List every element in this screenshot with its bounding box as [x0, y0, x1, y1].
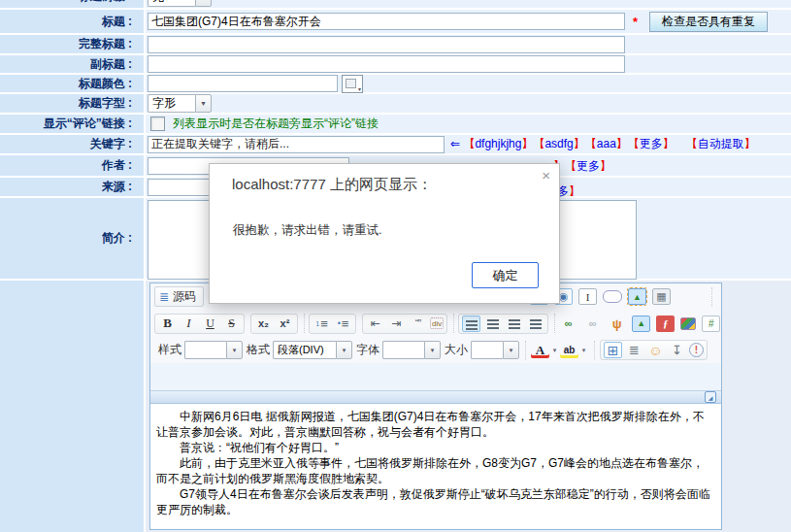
- chevron-down-icon: ▼: [195, 94, 212, 113]
- editor-toolbar-row3: 样式 ▾ 格式 段落(DIV) ▾ 字体 ▾ 大小: [150, 337, 721, 363]
- keywords-links[interactable]: ⇐ 【dfghjkjhg】【asdfg】【aaa】【更多】 【自动提取】: [450, 136, 756, 152]
- highlight-color-icon[interactable]: ab: [560, 342, 578, 358]
- italic-icon[interactable]: I: [180, 316, 198, 332]
- subtitle-input[interactable]: [148, 55, 625, 73]
- align-right-icon[interactable]: [505, 316, 523, 332]
- textarea-icon[interactable]: [603, 290, 622, 303]
- link-text[interactable]: ⇐: [450, 137, 463, 150]
- title-color-input[interactable]: [148, 75, 338, 92]
- unlink-icon[interactable]: ∞: [583, 316, 602, 332]
- full-title-input[interactable]: [148, 36, 625, 53]
- color-picker-button[interactable]: ▾: [342, 75, 363, 93]
- align-center-icon[interactable]: [483, 316, 502, 332]
- color-tools-group: A▾ab▾: [531, 342, 588, 358]
- editor-label-cell: [0, 281, 146, 532]
- row-subtitle: 副标题 :: [0, 55, 791, 75]
- div-container-icon[interactable]: div: [430, 317, 444, 329]
- bold-icon[interactable]: B: [158, 316, 177, 332]
- link-text[interactable]: 】: [569, 184, 580, 198]
- strikethrough-icon[interactable]: S: [222, 316, 241, 332]
- title-input[interactable]: [148, 13, 625, 30]
- link-text[interactable]: 自动提取: [698, 137, 744, 150]
- source-code-button[interactable]: ≣ 源码: [154, 286, 204, 307]
- link-text[interactable]: 【: [628, 137, 640, 150]
- page-break-icon[interactable]: ↧: [668, 342, 686, 358]
- highlight-color-arrow-icon[interactable]: ▾: [579, 342, 588, 358]
- size-select[interactable]: ▾: [471, 341, 519, 359]
- about-icon[interactable]: !: [689, 343, 704, 357]
- special-page-icon[interactable]: #: [702, 316, 720, 332]
- subscript-icon[interactable]: x₂: [254, 316, 273, 332]
- link-text[interactable]: 】: [574, 137, 585, 150]
- link-text[interactable]: 】: [744, 137, 756, 150]
- format-select[interactable]: 段落(DIV) ▾: [273, 341, 352, 359]
- anchor-icon[interactable]: ψ: [608, 316, 626, 332]
- comment-link-checkbox[interactable]: [150, 116, 165, 131]
- link-text[interactable]: 【: [463, 137, 475, 150]
- link-text[interactable]: 】: [616, 137, 628, 150]
- insert-objects-group: ⊞≣☺↧!: [600, 340, 708, 360]
- content-paragraph: 中新网6月6日电 据俄新网报道，七国集团(G7)4日在布鲁塞尔开会，17年来首次…: [156, 409, 713, 440]
- link-text[interactable]: 】: [521, 137, 533, 150]
- flash-icon[interactable]: ƒ: [656, 316, 675, 332]
- link-text[interactable]: 】: [600, 159, 611, 173]
- link-text[interactable]: 更多: [640, 137, 663, 150]
- hidden-field-icon[interactable]: ▦: [652, 288, 671, 305]
- link-text[interactable]: 【: [585, 137, 597, 150]
- keywords-input[interactable]: [148, 136, 445, 153]
- check-duplicate-button[interactable]: 检查是否具有重复: [649, 12, 768, 32]
- chevron-down-icon: ▾: [226, 341, 243, 359]
- row-title-font: 标题字型 : 字形 ▼: [0, 94, 791, 115]
- text-color-icon[interactable]: A: [531, 342, 549, 358]
- style-select[interactable]: ▾: [184, 341, 243, 359]
- editor-toolbar-row2: BIUS x₂x² ≡≡ ⇤⇥“”div ∞∞ψ ▲ƒ#: [150, 310, 721, 337]
- close-icon[interactable]: ×: [542, 168, 550, 183]
- palette-icon[interactable]: [680, 317, 696, 330]
- content-paragraph: G7领导人4日在布鲁塞尔会谈后发表声明，敦促俄罗斯停止“破坏乌克兰东部稳定”的行…: [156, 486, 713, 517]
- numbered-list-icon[interactable]: ≡: [313, 316, 331, 332]
- title-font-select[interactable]: 字形 ▼: [148, 94, 212, 113]
- align-left-icon[interactable]: [462, 316, 480, 332]
- link-text[interactable]: 更多: [577, 159, 600, 173]
- ok-button[interactable]: 确定: [472, 262, 539, 288]
- alert-dialog-message: 很抱歉，请求出错，请重试.: [233, 222, 381, 239]
- link-text[interactable]: 】: [663, 137, 675, 150]
- underline-icon[interactable]: U: [201, 316, 219, 332]
- superscript-icon[interactable]: x²: [276, 316, 294, 332]
- size-select-value: [471, 341, 503, 359]
- editor-content-area[interactable]: 中新网6月6日电 据俄新网报道，七国集团(G7)4日在布鲁塞尔开会，17年来首次…: [150, 404, 721, 529]
- maximize-control: ◢: [705, 391, 716, 403]
- subtitle-label: 副标题 :: [90, 56, 132, 73]
- font-select[interactable]: ▾: [382, 341, 441, 359]
- bulleted-list-icon[interactable]: ≡: [334, 316, 352, 332]
- link-text[interactable]: 【: [565, 159, 577, 173]
- link-group: ∞∞ψ: [559, 316, 626, 332]
- blockquote-icon[interactable]: “”: [409, 316, 427, 332]
- justify-icon[interactable]: [526, 316, 544, 332]
- source-code-icon: ≣: [159, 290, 169, 304]
- smiley-icon[interactable]: ☺: [646, 342, 665, 358]
- link-text[interactable]: 【: [686, 137, 698, 150]
- source-links-fragment[interactable]: 多】: [557, 183, 580, 200]
- outdent-icon[interactable]: ⇤: [366, 316, 384, 332]
- link-icon[interactable]: ∞: [559, 316, 577, 332]
- title-prefix-select[interactable]: 无 ▼: [148, 0, 212, 7]
- author-links-fragment[interactable]: 】【更多】: [553, 158, 611, 175]
- indent-icon[interactable]: ⇥: [387, 316, 406, 332]
- link-text[interactable]: dfghjkjhg: [475, 137, 521, 150]
- link-text[interactable]: aaa: [597, 137, 616, 150]
- table-icon[interactable]: ⊞: [604, 342, 622, 358]
- content-paragraph: 此前，由于克里米亚入俄等事件，七国将俄罗斯排除在外，G8变为G7，G7峰会的地点…: [156, 455, 713, 486]
- image-button-icon[interactable]: ▲: [628, 288, 646, 305]
- link-text[interactable]: asdfg: [544, 137, 573, 150]
- editor-toolbar-padding: [150, 363, 721, 390]
- link-text[interactable]: 【: [533, 137, 544, 150]
- author-label: 作者 :: [102, 157, 132, 174]
- size-select-label: 大小: [445, 342, 468, 358]
- div-layout-icon[interactable]: ≣: [625, 342, 643, 358]
- image-icon[interactable]: ▲: [632, 316, 650, 332]
- maximize-icon[interactable]: ◢: [705, 391, 716, 403]
- text-field-icon[interactable]: I: [578, 288, 597, 305]
- text-color-arrow-icon[interactable]: ▾: [550, 342, 559, 358]
- link-text[interactable]: [675, 137, 686, 150]
